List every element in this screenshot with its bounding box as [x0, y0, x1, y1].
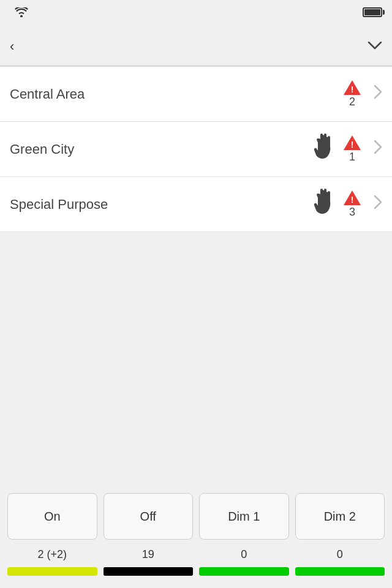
control-value-0: 2 (+2) [7, 548, 97, 561]
dropdown-button[interactable] [368, 39, 382, 55]
alert-badge: ! 3 [343, 190, 361, 219]
hand-icon [312, 134, 336, 165]
control-value-1: 19 [104, 548, 194, 561]
chevron-right-icon [374, 195, 382, 214]
control-value-row: 2 (+2)1900 [7, 548, 385, 561]
carrier-wifi [10, 7, 28, 20]
control-button-dim1[interactable]: Dim 1 [199, 493, 289, 540]
chevron-right-icon [374, 85, 382, 104]
item-label-green-city: Green City [10, 141, 312, 157]
control-bar-3 [295, 567, 385, 576]
control-button-row: OnOffDim 1Dim 2 [7, 493, 385, 540]
item-icons-special-purpose: ! 3 [312, 189, 382, 220]
item-icons-green-city: ! 1 [312, 134, 382, 165]
status-bar [0, 0, 392, 27]
chevron-right-icon [374, 140, 382, 159]
control-bar-2 [199, 567, 289, 576]
control-bar-1 [104, 567, 194, 576]
list-item-special-purpose[interactable]: Special Purpose ! 3 [0, 177, 392, 232]
alert-count: 1 [349, 151, 355, 164]
alert-count: 3 [349, 206, 355, 219]
svg-text:!: ! [351, 195, 354, 205]
list-item-green-city[interactable]: Green City ! 1 [0, 122, 392, 177]
area-list: Central Area ! 2 Green City ! 1 Special … [0, 66, 392, 232]
svg-text:!: ! [351, 85, 354, 94]
alert-badge: ! 1 [343, 135, 361, 164]
svg-text:!: ! [351, 140, 354, 149]
alert-count: 2 [349, 96, 355, 108]
nav-bar: ‹ [0, 27, 392, 66]
hand-icon [312, 189, 336, 220]
empty-space [0, 232, 392, 379]
battery-icon [363, 7, 382, 20]
item-icons-central-area: ! 2 [343, 80, 382, 108]
back-button[interactable]: ‹ [10, 39, 18, 55]
control-bar-0 [7, 567, 97, 576]
alert-badge: ! 2 [343, 80, 361, 108]
item-label-central-area: Central Area [10, 86, 343, 102]
back-chevron-icon: ‹ [10, 39, 14, 55]
control-button-off[interactable]: Off [104, 493, 194, 540]
control-button-on[interactable]: On [7, 493, 97, 540]
wifi-icon [15, 7, 28, 20]
control-button-dim2[interactable]: Dim 2 [295, 493, 385, 540]
bottom-controls: OnOffDim 1Dim 2 2 (+2)1900 [0, 483, 392, 588]
control-value-2: 0 [199, 548, 289, 561]
item-label-special-purpose: Special Purpose [10, 197, 312, 213]
control-bar-row [7, 567, 385, 576]
list-item-central-area[interactable]: Central Area ! 2 [0, 67, 392, 122]
control-value-3: 0 [295, 548, 385, 561]
